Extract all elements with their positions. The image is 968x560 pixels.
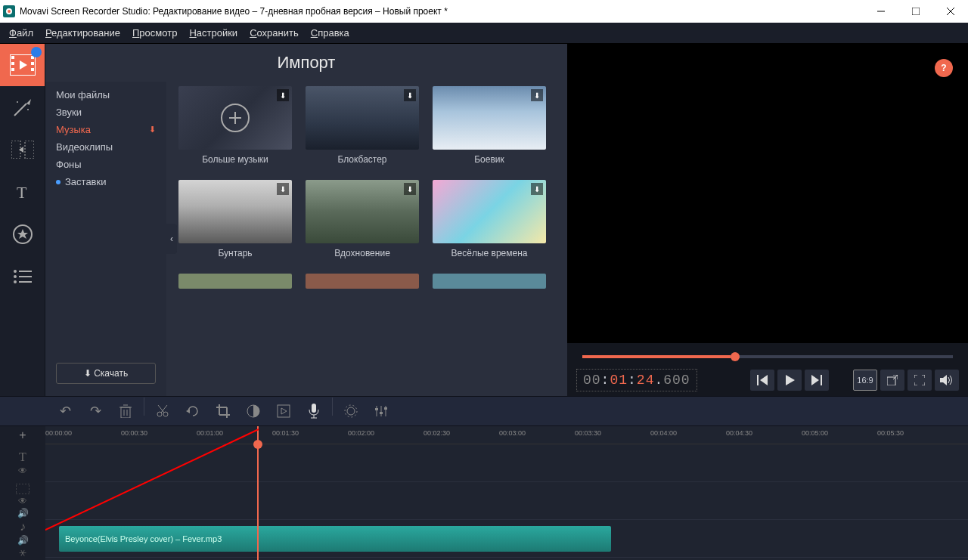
svg-rect-8 [11,62,14,65]
menu-save[interactable]: Сохранить [244,24,305,42]
media-item-fun-times[interactable]: ⬇ Весёлые времена [433,180,546,269]
audio-clip[interactable]: Beyonce(Elvis Presley cover) – Fever.mp3 [59,526,611,552]
category-videoclips[interactable]: Видеоклипы [45,138,166,156]
preview-video[interactable] [567,44,968,343]
app-icon [3,5,15,17]
download-icon: ⬇ [531,183,543,195]
svg-rect-7 [11,56,14,59]
minimize-button[interactable] [864,0,898,23]
media-item-blockbuster[interactable]: ⬇ Блокбастер [306,86,419,175]
titles-tool[interactable]: T [0,171,45,213]
svg-point-27 [14,280,17,283]
redo-button[interactable]: ↷ [80,398,110,425]
svg-rect-9 [11,68,14,71]
menu-file[interactable]: Файл [3,24,39,42]
svg-rect-57 [312,404,316,413]
timeline: + T 👁 👁 🔊 ♪ 🔊 ⚹ 00:00:0000:00:3000:01:00… [0,426,968,560]
fullscreen-icon[interactable] [908,370,932,391]
preview-seekbar[interactable] [567,349,968,364]
media-item-action[interactable]: ⬇ Боевик [433,86,546,175]
svg-marker-13 [20,60,27,70]
next-button[interactable] [805,370,829,391]
svg-marker-34 [786,375,795,385]
cut-button[interactable] [147,398,178,425]
timeline-ruler[interactable]: 00:00:0000:00:3000:01:0000:01:3000:02:00… [45,426,968,444]
color-button[interactable] [238,398,268,425]
prev-button[interactable] [750,370,774,391]
category-backgrounds[interactable]: Фоны [45,156,166,173]
rotate-button[interactable] [178,398,208,425]
download-icon: ⬇ [277,183,289,195]
svg-line-48 [158,405,164,413]
import-title: Импорт [45,44,567,82]
svg-rect-65 [375,408,378,410]
playhead[interactable] [257,426,259,560]
window-titlebar: Movavi Screen Recorder Studio: Редактиро… [0,0,968,23]
aspect-button[interactable]: 16:9 [853,370,877,391]
popout-icon[interactable] [880,370,904,391]
wizard-button[interactable] [268,398,299,425]
svg-point-61 [345,405,357,417]
play-button[interactable] [777,370,802,391]
volume-icon[interactable] [935,370,959,391]
svg-line-14 [14,104,26,116]
clip-properties-button[interactable] [336,398,366,425]
track-head-audio: ♪ 🔊 ⚹ [0,520,45,558]
link-icon[interactable]: ⚹ [19,547,26,558]
category-my-files[interactable]: Мои файлы [45,86,166,104]
stickers-tool[interactable] [0,213,45,255]
mic-button[interactable] [299,398,329,425]
category-music[interactable]: Музыка⬇ [45,121,166,138]
help-button[interactable]: ? [935,59,953,77]
visibility-icon[interactable]: 👁 [18,466,27,476]
more-tool[interactable] [0,255,45,298]
svg-marker-56 [281,408,287,414]
timecode: 00:01:24.600 [576,369,697,391]
media-item-rebel[interactable]: ⬇ Бунтарь [178,180,292,269]
svg-point-1 [8,10,11,13]
track-audio[interactable]: Beyonce(Elvis Presley cover) – Fever.mp3 [45,520,968,558]
close-button[interactable] [933,0,968,23]
filters-tool[interactable] [0,86,45,128]
add-track-button[interactable]: + [0,426,45,444]
track-video[interactable] [45,482,968,520]
import-tool[interactable] [0,44,45,86]
menu-settings[interactable]: Настройки [183,24,244,42]
maximize-button[interactable] [898,0,933,23]
menu-edit[interactable]: Редактирование [39,24,126,42]
svg-rect-12 [31,68,34,71]
menubar: Файл Редактирование Просмотр Настройки С… [0,23,968,44]
import-panel: Импорт Мои файлы Звуки Музыка⬇ Видеоклип… [45,44,567,396]
import-categories: Мои файлы Звуки Музыка⬇ Видеоклипы Фоны … [45,82,166,396]
menu-view[interactable]: Просмотр [126,24,183,42]
visibility-icon[interactable]: 👁 [18,496,27,506]
category-sounds[interactable]: Звуки [45,104,166,121]
category-intros[interactable]: Заставки [45,173,166,190]
svg-line-47 [161,405,167,413]
svg-rect-66 [380,412,383,414]
equalizer-button[interactable] [366,398,396,425]
svg-marker-19 [19,147,23,153]
media-item-inspiration[interactable]: ⬇ Вдохновение [306,180,419,269]
svg-marker-35 [811,375,819,385]
track-titles[interactable] [45,444,968,482]
svg-marker-49 [186,409,190,413]
window-title: Movavi Screen Recorder Studio: Редактиро… [20,6,448,17]
download-button[interactable]: ⬇ Скачать [56,363,156,384]
svg-marker-22 [17,229,28,239]
left-toolbar: T [0,44,45,396]
preview-panel: ? 00:01:24.600 16:9 [567,44,968,396]
download-icon: ⬇ [404,183,416,195]
mute-icon[interactable]: 🔊 [17,535,29,546]
svg-rect-55 [278,405,290,417]
menu-help[interactable]: Справка [305,24,355,42]
collapse-sidebar[interactable]: ‹ [166,224,177,254]
crop-button[interactable] [208,398,238,425]
mute-icon[interactable]: 🔊 [17,508,29,518]
delete-button[interactable] [110,398,141,425]
transitions-tool[interactable] [0,128,45,171]
media-item-more-music[interactable]: ⬇ Больше музыки [178,86,292,175]
svg-marker-39 [940,375,947,385]
undo-button[interactable]: ↶ [50,398,80,425]
svg-point-25 [14,275,17,278]
